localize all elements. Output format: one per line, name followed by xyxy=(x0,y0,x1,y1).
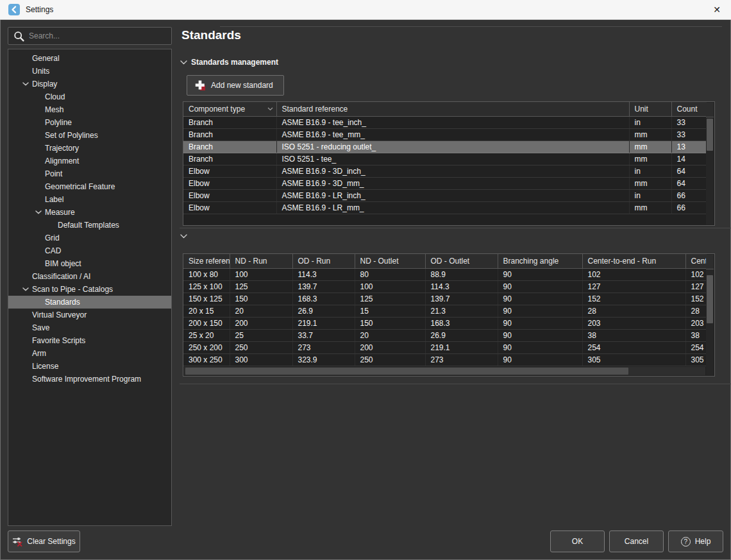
ok-button[interactable]: OK xyxy=(550,530,605,552)
sidebar-item[interactable]: CAD xyxy=(8,244,171,257)
clear-settings-button[interactable]: Clear Settings xyxy=(8,530,80,552)
sidebar-item[interactable]: Measure xyxy=(8,206,171,219)
sidebar-item[interactable]: Cloud xyxy=(8,90,171,103)
cell-nd-run: 200 xyxy=(230,317,292,329)
cell-nd-outlet: 200 xyxy=(355,341,425,353)
sidebar-item[interactable]: Set of Polylines xyxy=(8,129,171,142)
search-box[interactable] xyxy=(8,27,172,45)
chevron-down-icon[interactable] xyxy=(19,287,32,291)
table-row[interactable]: Branch ISO 5251 - tee_ mm 14 xyxy=(183,153,707,165)
table-row[interactable]: 250 x 200 250 273 200 219.1 90 254 254 xyxy=(183,341,707,353)
cell-nd-run: 100 xyxy=(230,268,292,280)
chevron-down-icon[interactable] xyxy=(180,60,187,65)
table-row[interactable]: 125 x 100 125 139.7 100 114.3 90 127 127 xyxy=(183,280,707,293)
chevron-down-icon[interactable] xyxy=(32,210,45,214)
cell-center-to-end-outlet: 127 xyxy=(685,280,707,293)
chevron-down-icon[interactable] xyxy=(19,82,32,86)
cell-branching-angle: 90 xyxy=(498,268,582,280)
cell-od-run: 114.3 xyxy=(292,268,355,280)
cell-nd-run: 150 xyxy=(230,293,292,305)
scrollbar-thumb[interactable] xyxy=(707,119,713,151)
sidebar-item-label: Trajectory xyxy=(45,142,79,155)
cell-standard-reference: ASME B16.9 - tee_mm_ xyxy=(276,128,629,140)
sidebar-item-label: Default Templates xyxy=(58,219,119,232)
table-row[interactable]: Elbow ASME B16.9 - LR_mm_ mm 66 xyxy=(183,201,707,214)
sidebar-item[interactable]: Save xyxy=(8,321,171,334)
help-button[interactable]: ? Help xyxy=(668,530,723,552)
cell-center-to-end-outlet: 28 xyxy=(685,305,707,317)
cell-count: 13 xyxy=(671,140,707,153)
column-header-nd-run[interactable]: ND - Run xyxy=(230,254,292,268)
add-new-standard-button[interactable]: Add new standard xyxy=(187,75,284,96)
vertical-scrollbar[interactable] xyxy=(706,103,714,225)
sidebar-item[interactable]: License xyxy=(8,360,171,373)
cancel-button[interactable]: Cancel xyxy=(609,530,664,552)
cell-center-to-end-outlet: 102 xyxy=(685,268,707,280)
sidebar-item[interactable]: Grid xyxy=(8,232,171,244)
sidebar-item[interactable]: Display xyxy=(8,78,171,90)
column-header-count[interactable]: Count xyxy=(671,102,707,116)
sidebar-item[interactable]: Standards xyxy=(8,296,171,309)
column-header-od-run[interactable]: OD - Run xyxy=(292,254,355,268)
sidebar-item[interactable]: Favorite Scripts xyxy=(8,334,171,347)
table-row[interactable]: Branch ISO 5251 - reducing outlet_ mm 13 xyxy=(183,140,707,153)
table-row[interactable]: Branch ASME B16.9 - tee_inch_ in 33 xyxy=(183,116,707,128)
search-input[interactable] xyxy=(29,28,169,44)
sidebar-item[interactable]: General xyxy=(8,52,171,65)
sizes-table: Size reference ND - Run OD - Run ND - Ou… xyxy=(183,253,715,377)
sidebar-item[interactable]: Mesh xyxy=(8,103,171,116)
chevron-down-icon[interactable] xyxy=(180,234,187,239)
table-row[interactable]: 200 x 150 200 219.1 150 168.3 90 203 203 xyxy=(183,317,707,329)
table-row[interactable]: 20 x 15 20 26.9 15 21.3 90 28 28 xyxy=(183,305,707,317)
cell-unit: mm xyxy=(629,201,671,214)
column-header-od-outlet[interactable]: OD - Outlet xyxy=(425,254,498,268)
column-header-center-to-end-run[interactable]: Center-to-end - Run xyxy=(582,254,685,268)
section-details-header[interactable] xyxy=(180,234,191,239)
table-row[interactable]: 100 x 80 100 114.3 80 88.9 90 102 102 xyxy=(183,268,707,280)
cell-od-run: 26.9 xyxy=(292,305,355,317)
sidebar-item[interactable]: Arm xyxy=(8,347,171,360)
sidebar-item[interactable]: Software Improvement Program xyxy=(8,373,171,386)
horizontal-scrollbar[interactable] xyxy=(184,367,705,375)
table-row[interactable]: Elbow ASME B16.9 - 3D_mm_ mm 64 xyxy=(183,177,707,189)
column-header-unit[interactable]: Unit xyxy=(629,102,671,116)
cell-center-to-end-run: 305 xyxy=(582,353,685,366)
close-icon[interactable]: ✕ xyxy=(703,0,731,20)
table-row[interactable]: Elbow ASME B16.9 - LR_inch_ in 66 xyxy=(183,189,707,201)
column-header-standard-reference[interactable]: Standard reference xyxy=(276,102,629,116)
scrollbar-thumb[interactable] xyxy=(185,368,628,375)
sidebar-item[interactable]: Geometrical Feature xyxy=(8,180,171,193)
table-row[interactable]: 25 x 20 25 33.7 20 26.9 90 38 38 xyxy=(183,329,707,341)
sidebar-item[interactable]: Classification / AI xyxy=(8,270,171,283)
table-row[interactable]: 300 x 250 300 323.9 250 273 90 305 305 xyxy=(183,353,707,366)
table-row[interactable]: Elbow ASME B16.9 - 3D_inch_ in 64 xyxy=(183,165,707,177)
sidebar-item[interactable]: Polyline xyxy=(8,116,171,129)
column-header-component-type[interactable]: Component type xyxy=(183,102,276,116)
table-row[interactable]: Branch ASME B16.9 - tee_mm_ mm 33 xyxy=(183,128,707,140)
sidebar-item[interactable]: BIM object xyxy=(8,257,171,270)
cell-component-type: Branch xyxy=(183,128,276,140)
sidebar-item[interactable]: Label xyxy=(8,193,171,206)
column-header-size-reference[interactable]: Size reference xyxy=(183,254,230,268)
sidebar-item[interactable]: Trajectory xyxy=(8,142,171,155)
sidebar-item[interactable]: Default Templates xyxy=(8,219,171,232)
cell-nd-outlet: 20 xyxy=(355,329,425,341)
cell-size-reference: 250 x 200 xyxy=(183,341,230,353)
sidebar-item[interactable]: Virtual Surveyor xyxy=(8,309,171,321)
vertical-scrollbar[interactable] xyxy=(706,255,714,375)
scrollbar-thumb[interactable] xyxy=(707,275,713,323)
table-row[interactable]: 150 x 125 150 168.3 125 139.7 90 152 152 xyxy=(183,293,707,305)
column-header-nd-outlet[interactable]: ND - Outlet xyxy=(355,254,425,268)
sidebar-item[interactable]: Point xyxy=(8,167,171,180)
sidebar-item[interactable]: Scan to Pipe - Catalogs xyxy=(8,283,171,296)
section-standards-management-header[interactable]: Standards management xyxy=(180,58,278,67)
cell-center-to-end-run: 203 xyxy=(582,317,685,329)
column-header-center-to-end-outlet[interactable]: Center-to-end - Outlet xyxy=(685,254,707,268)
sidebar-item[interactable]: Alignment xyxy=(8,155,171,167)
sidebar-item[interactable]: Units xyxy=(8,65,171,78)
cell-od-outlet: 168.3 xyxy=(425,317,498,329)
cell-unit: in xyxy=(629,189,671,201)
column-header-branching-angle[interactable]: Branching angle xyxy=(498,254,582,268)
cell-nd-run: 25 xyxy=(230,329,292,341)
cell-count: 33 xyxy=(671,116,707,128)
